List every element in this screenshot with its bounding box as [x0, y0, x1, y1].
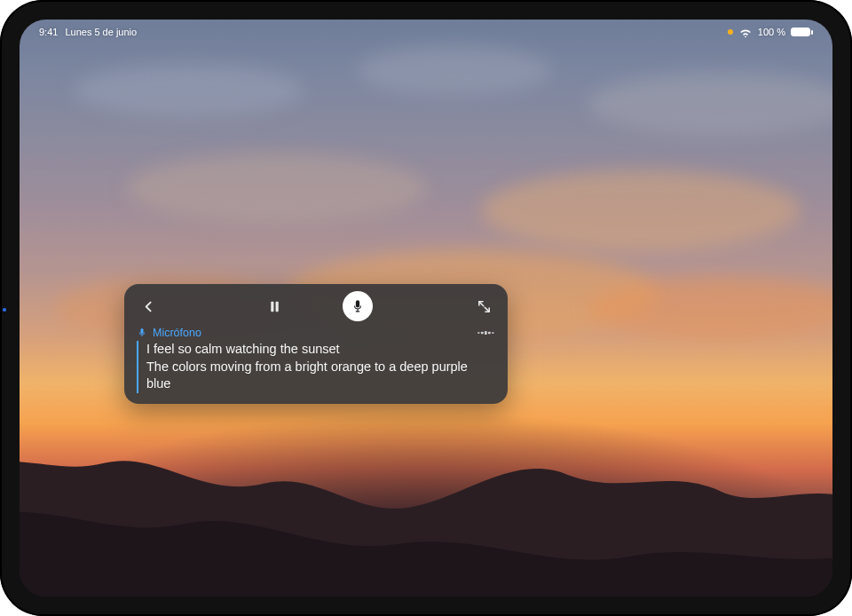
transcript-line: I feel so calm watching the sunset	[146, 341, 495, 359]
transcript-line: The colors moving from a bright orange t…	[146, 359, 495, 393]
side-indicator-dot	[3, 308, 6, 312]
more-button[interactable]	[477, 330, 495, 336]
expand-icon	[477, 299, 492, 314]
cloud	[588, 73, 832, 135]
live-captions-panel[interactable]: Micrófono I feel so calm watching the	[124, 284, 508, 404]
svg-rect-0	[271, 301, 273, 311]
panel-body: Micrófono I feel so calm watching the	[124, 327, 508, 404]
status-bar: 9:41 Lunes 5 de junio 100 %	[20, 23, 832, 41]
location-dot-icon	[728, 29, 733, 35]
status-date: Lunes 5 de junio	[65, 27, 137, 37]
status-time: 9:41	[39, 27, 58, 37]
microphone-button[interactable]	[343, 291, 373, 321]
svg-rect-1	[275, 301, 278, 311]
audio-source-label: Micrófono	[137, 327, 201, 339]
cloud	[357, 46, 552, 95]
svg-rect-7	[488, 332, 491, 335]
microphone-small-icon	[137, 328, 147, 338]
panel-toolbar	[124, 284, 508, 327]
cloud	[73, 64, 304, 117]
ipad-device-frame: 9:41 Lunes 5 de junio 100 %	[0, 0, 852, 616]
chevron-left-icon	[141, 299, 156, 314]
wifi-icon	[738, 28, 753, 37]
cloud	[588, 277, 832, 339]
more-icon	[477, 330, 495, 336]
svg-rect-8	[492, 332, 494, 333]
svg-rect-6	[485, 331, 487, 335]
screen: 9:41 Lunes 5 de junio 100 %	[20, 20, 832, 596]
source-label-text: Micrófono	[153, 327, 201, 339]
svg-rect-4	[477, 332, 480, 333]
transcript: I feel so calm watching the sunset The c…	[137, 341, 495, 393]
expand-button[interactable]	[469, 291, 499, 321]
pause-icon	[267, 299, 282, 314]
status-battery-text: 100 %	[758, 27, 785, 37]
battery-icon	[791, 28, 813, 36]
microphone-icon	[351, 299, 365, 313]
back-button[interactable]	[133, 291, 163, 321]
pause-button[interactable]	[259, 291, 289, 321]
cloud	[126, 153, 428, 224]
cloud	[481, 170, 801, 250]
svg-rect-5	[481, 332, 484, 335]
